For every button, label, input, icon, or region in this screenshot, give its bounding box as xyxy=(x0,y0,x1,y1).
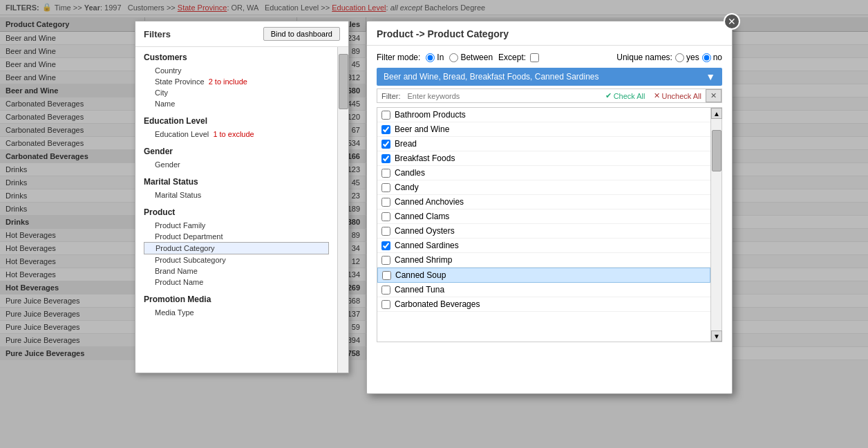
list-item[interactable]: Bread xyxy=(377,137,710,151)
marital-section-title: Marital Status xyxy=(144,177,329,187)
filter-item-brand-name[interactable]: Brand Name xyxy=(144,265,329,277)
check-all-icon: ✔ xyxy=(605,91,612,100)
selected-values-text: Beer and Wine, Bread, Breakfast Foods, C… xyxy=(384,72,599,82)
filter-mode-in-radio[interactable] xyxy=(426,53,435,62)
scroll-thumb[interactable] xyxy=(712,130,721,171)
list-item-label: Canned Sardines xyxy=(395,241,459,250)
gender-section-title: Gender xyxy=(144,147,329,156)
customers-section: Customers Country State Province 2 to in… xyxy=(144,53,329,109)
items-scrollbar[interactable]: ▲ ▼ xyxy=(710,108,721,342)
filter-item-product-family[interactable]: Product Family xyxy=(144,220,329,231)
list-item-checkbox[interactable] xyxy=(381,125,390,134)
state-include-link[interactable]: 2 to include xyxy=(209,77,247,86)
list-item-checkbox[interactable] xyxy=(381,169,390,178)
clear-filter-button[interactable]: ✕ xyxy=(706,89,721,102)
list-item-checkbox[interactable] xyxy=(381,198,390,207)
scroll-down-button[interactable]: ▼ xyxy=(711,330,722,342)
check-all-button[interactable]: ✔ Check All xyxy=(601,91,650,100)
filter-item-product-category[interactable]: Product Category xyxy=(144,242,329,254)
filter-item-product-name[interactable]: Product Name xyxy=(144,277,329,288)
dialog-title: Product -> Product Category xyxy=(367,21,732,46)
list-item-checkbox[interactable] xyxy=(382,271,391,280)
list-item-label: Canned Clams xyxy=(395,212,449,221)
list-item-label: Canned Oysters xyxy=(395,226,455,236)
filter-item-gender[interactable]: Gender xyxy=(144,159,329,170)
promotion-section-title: Promotion Media xyxy=(144,295,329,304)
selected-values-bar[interactable]: Beer and Wine, Bread, Breakfast Foods, C… xyxy=(377,68,722,86)
list-item[interactable]: Canned Oysters xyxy=(377,224,710,239)
filter-mode-in-label[interactable]: In xyxy=(426,53,444,62)
promotion-section: Promotion Media Media Type xyxy=(144,295,329,318)
list-item-label: Canned Soup xyxy=(395,270,446,280)
dialog-body: Filter mode: In Between Except: Unique n… xyxy=(367,46,732,349)
list-item[interactable]: Candy xyxy=(377,180,710,195)
uncheck-all-text: Uncheck All xyxy=(662,92,701,100)
filter-mode-between-label[interactable]: Between xyxy=(449,53,493,62)
product-section-title: Product xyxy=(144,207,329,217)
list-item[interactable]: Canned Soup xyxy=(377,268,710,283)
filters-panel-title: Filters xyxy=(144,29,171,39)
items-list: Bathroom ProductsBeer and WineBreadBreak… xyxy=(377,108,710,342)
filters-panel-body: Customers Country State Province 2 to in… xyxy=(135,47,348,373)
unique-names-yes-label[interactable]: yes xyxy=(675,53,699,62)
list-item[interactable]: Canned Anchovies xyxy=(377,195,710,209)
list-item[interactable]: Candles xyxy=(377,166,710,180)
filters-scroll-thumb[interactable] xyxy=(339,54,348,109)
filter-item-education-level[interactable]: Education Level 1 to exclude xyxy=(144,129,329,140)
product-section: Product Product Family Product Departmen… xyxy=(144,207,329,288)
except-checkbox[interactable] xyxy=(530,53,539,62)
filter-item-product-subcategory[interactable]: Product Subcategory xyxy=(144,254,329,265)
list-item[interactable]: Bathroom Products xyxy=(377,108,710,122)
education-section: Education Level Education Level 1 to exc… xyxy=(144,116,329,140)
filter-item-product-department[interactable]: Product Department xyxy=(144,231,329,242)
bind-to-dashboard-button[interactable]: Bind to dashboard xyxy=(263,27,340,41)
filters-panel: Filters Bind to dashboard Customers Coun… xyxy=(135,21,349,373)
list-item-checkbox[interactable] xyxy=(381,286,390,295)
list-item-checkbox[interactable] xyxy=(381,111,390,120)
list-item[interactable]: Carbonated Beverages xyxy=(377,297,710,312)
list-item-checkbox[interactable] xyxy=(381,140,390,149)
edu-exclude-link[interactable]: 1 to exclude xyxy=(213,130,254,138)
filter-item-country[interactable]: Country xyxy=(144,65,329,76)
except-label: Except: xyxy=(498,53,526,62)
list-item-checkbox[interactable] xyxy=(381,212,390,221)
filter-item-marital-status[interactable]: Marital Status xyxy=(144,189,329,200)
list-item-checkbox[interactable] xyxy=(381,183,390,192)
list-item[interactable]: Canned Tuna xyxy=(377,283,710,297)
except-row: Except: xyxy=(498,53,539,62)
list-item-label: Bathroom Products xyxy=(395,110,466,120)
list-item-label: Canned Shrimp xyxy=(395,255,452,265)
filter-item-city[interactable]: City xyxy=(144,87,329,98)
list-item-checkbox[interactable] xyxy=(381,300,390,309)
filter-mode-between-radio[interactable] xyxy=(449,53,458,62)
list-item[interactable]: Canned Shrimp xyxy=(377,253,710,268)
filter-item-name[interactable]: Name xyxy=(144,98,329,109)
list-item[interactable]: Breakfast Foods xyxy=(377,151,710,166)
list-item-checkbox[interactable] xyxy=(381,256,390,265)
unique-names-no-text: no xyxy=(713,53,722,62)
filter-mode-in-text: In xyxy=(437,53,444,62)
list-item-checkbox[interactable] xyxy=(381,154,390,163)
list-item[interactable]: Canned Sardines xyxy=(377,239,710,253)
filters-scrollbar[interactable] xyxy=(337,47,348,373)
items-list-container: Bathroom ProductsBeer and WineBreadBreak… xyxy=(377,107,722,342)
list-item-label: Candy xyxy=(395,183,419,192)
unique-names-no-label[interactable]: no xyxy=(702,53,722,62)
filter-item-state-province[interactable]: State Province 2 to include xyxy=(144,76,329,87)
scroll-up-button[interactable]: ▲ xyxy=(711,108,722,119)
uncheck-all-button[interactable]: ✕ Uncheck All xyxy=(650,91,706,100)
product-category-dialog: ✕ Product -> Product Category Filter mod… xyxy=(366,21,733,394)
marital-section: Marital Status Marital Status xyxy=(144,177,329,200)
gender-section: Gender Gender xyxy=(144,147,329,170)
list-item-checkbox[interactable] xyxy=(381,227,390,236)
filter-item-media-type[interactable]: Media Type xyxy=(144,307,329,318)
list-item[interactable]: Canned Clams xyxy=(377,209,710,224)
list-item-label: Canned Tuna xyxy=(395,285,444,295)
unique-names-yes-radio[interactable] xyxy=(675,53,684,62)
dialog-close-button[interactable]: ✕ xyxy=(724,13,740,30)
list-item-checkbox[interactable] xyxy=(381,241,390,250)
list-item[interactable]: Beer and Wine xyxy=(377,122,710,137)
unique-names-no-radio[interactable] xyxy=(702,53,711,62)
filter-mode-row: Filter mode: In Between Except: Unique n… xyxy=(377,53,722,62)
filter-keyword-input[interactable] xyxy=(405,90,601,102)
